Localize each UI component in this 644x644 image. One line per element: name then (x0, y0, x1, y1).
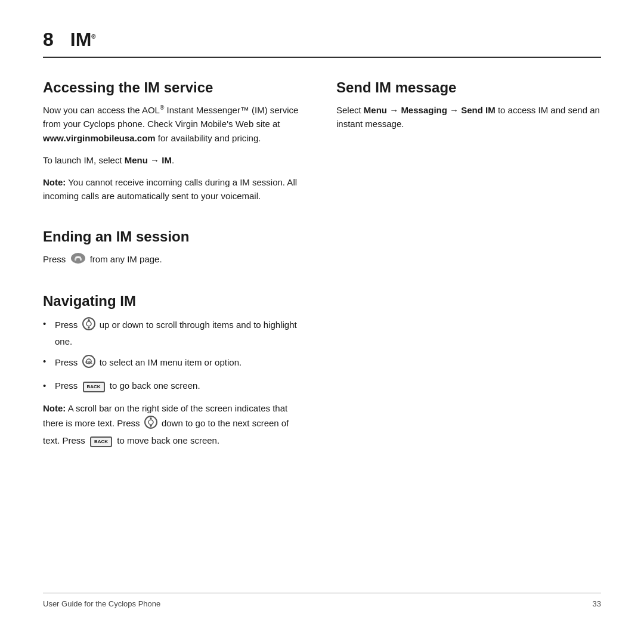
svg-marker-12 (150, 417, 152, 419)
footer-page-number: 33 (593, 599, 601, 608)
svg-rect-2 (80, 258, 82, 261)
page-header: 8 IM® (43, 29, 601, 58)
svg-marker-6 (88, 327, 90, 329)
left-column: Accessing the IM service Now you can acc… (43, 79, 308, 593)
section-navigating-im: Navigating IM Press up or dow (43, 293, 308, 457)
content-columns: Accessing the IM service Now you can acc… (43, 79, 601, 593)
page-footer: User Guide for the Cyclops Phone 33 (43, 593, 601, 608)
section-accessing-im: Accessing the IM service Now you can acc… (43, 79, 308, 212)
bullet-item-select: Press OK to select an IM menu item or op… (43, 354, 308, 372)
accessing-im-para2: To launch IM, select Menu → IM. (43, 153, 308, 167)
svg-text:OK: OK (85, 360, 92, 365)
svg-marker-13 (150, 425, 152, 428)
accessing-im-heading: Accessing the IM service (43, 79, 308, 96)
navigating-im-bullets: Press up or down to scroll through items… (43, 317, 308, 393)
accessing-im-note: Note: You cannot receive incoming calls … (43, 175, 308, 203)
end-call-icon (70, 252, 86, 268)
section-ending-im: Ending an IM session Press from any IM p… (43, 228, 308, 276)
navigating-im-heading: Navigating IM (43, 293, 308, 309)
ending-im-text: Press from any IM page. (43, 252, 308, 268)
accessing-im-para1: Now you can access the AOL® Instant Mess… (43, 103, 308, 145)
chapter-number: 8 (43, 29, 54, 51)
svg-point-11 (148, 420, 153, 425)
back-button-icon: BACK (82, 379, 106, 393)
send-im-text: Select Menu → Messaging → Send IM to acc… (336, 103, 601, 131)
bullet-item-back: Press BACK to go back one screen. (43, 379, 308, 394)
right-column: Send IM message Select Menu → Messaging … (336, 79, 601, 593)
nav-icon-note (144, 415, 158, 433)
navigating-note: Note: A scroll bar on the right side of … (43, 401, 308, 448)
footer-guide-text: User Guide for the Cyclops Phone (43, 599, 160, 608)
page-container: 8 IM® Accessing the IM service Now you c… (0, 0, 644, 644)
section-send-im: Send IM message Select Menu → Messaging … (336, 79, 601, 140)
ok-icon: OK (82, 354, 96, 372)
back-icon-note: BACK (89, 434, 113, 448)
svg-marker-5 (88, 318, 90, 321)
svg-rect-1 (75, 258, 76, 261)
bullet-item-scroll: Press up or down to scroll through items… (43, 317, 308, 349)
send-im-heading: Send IM message (336, 79, 601, 96)
svg-point-4 (86, 321, 91, 326)
nav-scroll-icon (82, 317, 96, 335)
chapter-title: IM® (70, 29, 96, 51)
ending-im-heading: Ending an IM session (43, 228, 308, 245)
